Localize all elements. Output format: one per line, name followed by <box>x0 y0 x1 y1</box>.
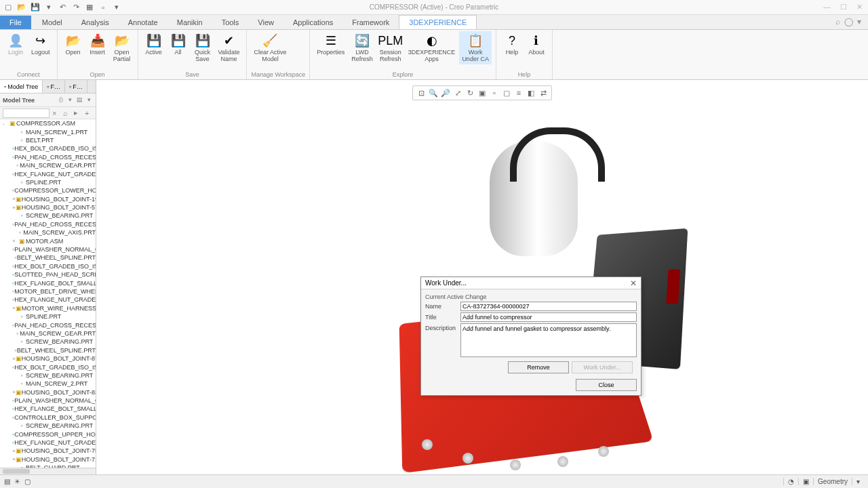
horizontal-scrollbar[interactable] <box>0 468 96 474</box>
tree-node[interactable]: ▫SPLINE.PRT <box>0 178 96 186</box>
tree-node[interactable]: ▫PLAIN_WASHER_NORMAL_G… <box>0 245 96 253</box>
datum-icon[interactable]: ▫ <box>489 87 500 98</box>
close-icon[interactable]: ✕ <box>854 3 865 12</box>
tree-node[interactable]: ▫BELT.PRT <box>0 136 96 144</box>
tab-view[interactable]: View <box>248 16 283 29</box>
help-button[interactable]: ?Help <box>500 31 524 58</box>
tab-framework[interactable]: Framework <box>342 16 399 29</box>
tree-node[interactable]: +▣HOUSING_BOLT_JOINT-8330… <box>0 388 96 396</box>
work-under-ca-button[interactable]: 📋Work Under CA <box>459 31 492 64</box>
tree-dropdown-icon[interactable]: ▾ <box>66 96 74 104</box>
tree-node[interactable]: ▫SLOTTED_PAN_HEAD_SCREW… <box>0 270 96 279</box>
expand-icon[interactable]: ▸ <box>74 108 82 117</box>
zoom-in-icon[interactable]: 🔍 <box>428 87 439 98</box>
tree-node[interactable]: ▫PAN_HEAD_CROSS_RECESS_S… <box>0 220 96 228</box>
status-geometry[interactable]: Geometry <box>813 478 852 485</box>
zoom-window-icon[interactable]: ⊡ <box>416 87 427 98</box>
search-icon[interactable]: ⌕ <box>835 17 840 26</box>
tree-node[interactable]: ▫BELT_WHEEL_SPLINE.PRT <box>0 346 96 354</box>
tree-node[interactable]: ▫PLAIN_WASHER_NORMAL_G… <box>0 396 96 405</box>
desc-textarea[interactable] <box>460 323 637 357</box>
status-icon1[interactable]: ▤ <box>4 478 10 485</box>
status-dropdown-icon[interactable]: ▾ <box>852 478 864 485</box>
tree-node[interactable]: ▫SCREW_BEARING.PRT <box>0 371 96 380</box>
tree-node[interactable]: +▣MOTOR_WIRE_HARNESS.AS… <box>0 304 96 312</box>
tree-node[interactable]: ▫MOTOR_BELT_DRIVE_WHEEL… <box>0 287 96 296</box>
spin-icon[interactable]: ↻ <box>465 87 475 98</box>
tree-node[interactable]: ▫HEX_BOLT_GRADEB_ISO_ISO… <box>0 262 96 270</box>
tab-model[interactable]: Model <box>33 16 72 29</box>
regen-icon[interactable]: ▦ <box>84 2 95 13</box>
tab-file[interactable]: File <box>0 16 31 29</box>
settings-dropdown-icon[interactable]: ▾ <box>857 17 861 26</box>
status-indicator-icon[interactable]: ◔ <box>783 478 798 485</box>
layers-icon[interactable]: ≡ <box>513 87 524 98</box>
tree-node[interactable]: +▣HOUSING_BOLT_JOINT-8746… <box>0 354 96 363</box>
tree-node[interactable]: ▫HEX_BOLT_GRADEB_ISO_ISO… <box>0 363 96 371</box>
tree-node[interactable]: +▣HOUSING_BOLT_JOINT-7117… <box>0 455 96 464</box>
tree-node[interactable]: ▫HEX_FLANGE_NUT_GRADEA… <box>0 439 96 447</box>
clear-icon[interactable]: × <box>52 109 60 117</box>
3d-viewport[interactable]: ⊡ 🔍 🔎 ⤢ ↻ ▣ ▫ ▢ ≡ ◧ ⇄ Work Under.. <box>96 80 868 474</box>
open-partial-button[interactable]: 📂Open Partial <box>111 31 134 64</box>
insert-button[interactable]: 📥Insert <box>86 31 109 58</box>
tree-node[interactable]: ▫CONTROLLER_BOX_SUPPORT… <box>0 413 96 422</box>
tree-node[interactable]: ▫MAIN_SCREW_AXIS.PRT <box>0 228 96 237</box>
tree-node[interactable]: ▫HEX_FLANGE_BOLT_SMALL_I… <box>0 279 96 287</box>
tree-search-input[interactable] <box>3 108 50 118</box>
lwd-refresh-button[interactable]: 🔄LWD Refresh <box>349 31 376 64</box>
annotations-icon[interactable]: ▢ <box>501 87 512 98</box>
add-icon[interactable]: + <box>85 109 93 117</box>
tree-node[interactable]: ▫HEX_FLANGE_NUT_GRADEA… <box>0 296 96 304</box>
title-input[interactable] <box>460 312 637 322</box>
display-style-icon[interactable]: ▣ <box>477 87 488 98</box>
dialog-titlebar[interactable]: Work Under... ✕ <box>421 277 641 289</box>
save-icon[interactable]: 💾 <box>30 2 41 13</box>
tree-node[interactable]: ▫MAIN_SCREW_1.PRT <box>0 127 96 136</box>
tree-node[interactable]: ▫PAN_HEAD_CROSS_RECESS_S… <box>0 321 96 329</box>
status-box-icon[interactable]: ▣ <box>798 478 813 485</box>
refit-icon[interactable]: ⤢ <box>452 87 463 98</box>
open-button[interactable]: 📂Open <box>62 31 85 58</box>
close-window-icon[interactable]: ▫ <box>98 2 108 13</box>
tab-annotate[interactable]: Annotate <box>119 16 167 29</box>
3dx-apps-button[interactable]: ◐3DEXPERIENCE Apps <box>406 31 458 64</box>
new-icon[interactable]: ▢ <box>3 2 14 13</box>
help-circle-icon[interactable]: ◯ <box>844 17 853 26</box>
perspective-icon[interactable]: ◧ <box>526 87 536 98</box>
panel-tab[interactable]: ▫F… <box>43 80 65 93</box>
dropdown-icon[interactable]: ▾ <box>111 2 122 13</box>
undo-icon[interactable]: ↶ <box>57 2 68 13</box>
open-icon[interactable]: 📂 <box>16 2 27 13</box>
tree-node[interactable]: ▫COMPRESSOR_LOWER_HOU… <box>0 186 96 195</box>
panel-tab[interactable]: ▫Model Tree <box>0 80 43 93</box>
validate-name-button[interactable]: ✔Validate Name <box>216 31 243 64</box>
tree-node[interactable]: ▫HEX_BOLT_GRADEB_ISO_ISO… <box>0 144 96 152</box>
clear-active-model-button[interactable]: 🧹Clear Active Model <box>251 31 289 64</box>
find-icon[interactable]: ⌕ <box>63 109 71 117</box>
maximize-icon[interactable]: ☐ <box>837 3 850 12</box>
tree-settings-icon[interactable]: ⎙ <box>56 96 64 104</box>
name-input[interactable] <box>460 302 637 311</box>
tab-3dexperience[interactable]: 3DEXPERIENCE <box>399 15 477 29</box>
model-tree[interactable]: -▣COMPRESSOR.ASM▫MAIN_SCREW_1.PRT▫BELT.P… <box>0 119 96 468</box>
tab-analysis[interactable]: Analysis <box>72 16 119 29</box>
session-refresh-button[interactable]: PLMSession Refresh <box>377 31 404 64</box>
tree-node[interactable]: ▫COMPRESSOR_UPPER_HOUS… <box>0 430 96 438</box>
tab-applications[interactable]: Applications <box>283 16 342 29</box>
close-button[interactable]: Close <box>576 379 637 391</box>
dialog-close-icon[interactable]: ✕ <box>630 279 637 288</box>
logout-button[interactable]: ↪Logout <box>28 31 53 58</box>
tab-manikin[interactable]: Manikin <box>167 16 212 29</box>
tree-node[interactable]: ▫MAIN_SCREW_GEAR.PRT <box>0 329 96 338</box>
tree-node[interactable]: ▫MAIN_SCREW_2.PRT <box>0 380 96 388</box>
tree-node[interactable]: +▣HOUSING_BOLT_JOINT-7554… <box>0 447 96 455</box>
view-manager-icon[interactable]: ⇄ <box>538 87 549 98</box>
redo-icon[interactable]: ↷ <box>71 2 81 13</box>
tab-tools[interactable]: Tools <box>212 16 249 29</box>
tree-node[interactable]: ▫SCREW_BEARING.PRT <box>0 338 96 346</box>
tree-dropdown2-icon[interactable]: ▾ <box>85 96 93 104</box>
tree-node[interactable]: ▫MAIN_SCREW_GEAR.PRT <box>0 161 96 169</box>
tree-node[interactable]: ▫HEX_FLANGE_NUT_GRADEA… <box>0 169 96 178</box>
tree-node[interactable]: ▫SCREW_BEARING.PRT <box>0 211 96 220</box>
